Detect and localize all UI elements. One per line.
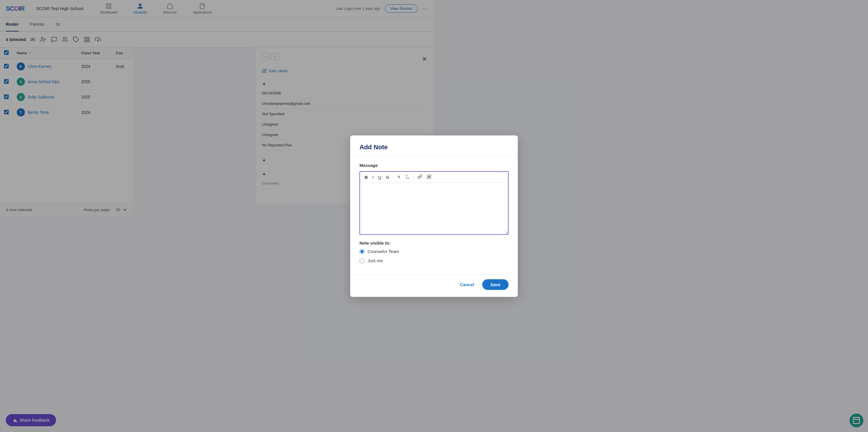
toolbar-separator-2 bbox=[413, 174, 413, 180]
add-note-modal: Add Note Message B I U S ✎ Tx bbox=[350, 135, 434, 216]
message-label: Message bbox=[360, 163, 434, 168]
toolbar-clearformat-button[interactable]: Tx bbox=[404, 173, 411, 180]
toolbar-strikethrough-button[interactable]: S bbox=[384, 174, 391, 180]
modal-overlay: Add Note Message B I U S ✎ Tx bbox=[0, 0, 434, 216]
toolbar-separator-1 bbox=[393, 174, 393, 180]
toolbar-italic-button[interactable]: I bbox=[371, 174, 375, 180]
toolbar-link-button[interactable] bbox=[416, 173, 424, 181]
modal-header: Add Note bbox=[350, 135, 434, 156]
modal-title: Add Note bbox=[360, 143, 388, 151]
editor-toolbar: B I U S ✎ Tx bbox=[360, 171, 434, 183]
modal-body: Message B I U S ✎ Tx Note v bbox=[350, 156, 434, 216]
toolbar-unlink-button[interactable] bbox=[425, 173, 433, 181]
toolbar-underline-button[interactable]: U bbox=[376, 174, 383, 180]
toolbar-bold-button[interactable]: B bbox=[363, 174, 370, 180]
toolbar-eraser-button[interactable]: ✎ bbox=[396, 174, 403, 180]
message-editor[interactable] bbox=[360, 183, 434, 216]
